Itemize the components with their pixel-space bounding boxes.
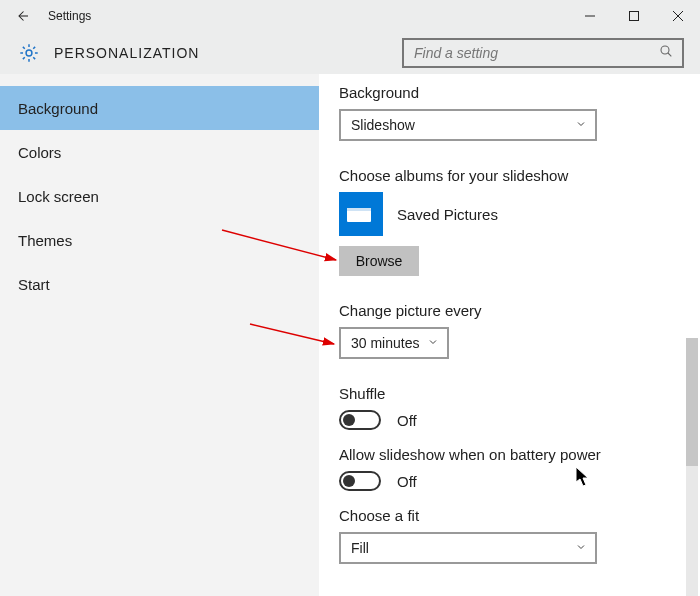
battery-state: Off xyxy=(393,473,417,490)
choose-albums-label: Choose albums for your slideshow xyxy=(339,167,680,184)
window-title: Settings xyxy=(44,9,568,23)
svg-line-6 xyxy=(668,53,671,56)
main-panel: Background Slideshow Choose albums for y… xyxy=(319,74,700,596)
minimize-button[interactable] xyxy=(568,0,612,32)
sidebar-item-label: Lock screen xyxy=(18,188,99,205)
svg-point-4 xyxy=(26,50,32,56)
svg-rect-1 xyxy=(630,12,639,21)
command-bar: PERSONALIZATION xyxy=(0,32,700,74)
background-dropdown[interactable]: Slideshow xyxy=(339,109,597,141)
background-dropdown-value: Slideshow xyxy=(351,117,415,133)
shuffle-toggle-row: Off xyxy=(339,410,680,430)
scrollbar-thumb[interactable] xyxy=(686,338,698,466)
chevron-down-icon xyxy=(427,336,439,351)
close-icon xyxy=(673,11,683,21)
choose-fit-dropdown[interactable]: Fill xyxy=(339,532,597,564)
sidebar-item-colors[interactable]: Colors xyxy=(0,130,319,174)
search-box[interactable] xyxy=(402,38,684,68)
browse-button-label: Browse xyxy=(356,253,403,269)
search-input[interactable] xyxy=(414,45,658,61)
album-name: Saved Pictures xyxy=(397,206,498,223)
search-icon xyxy=(658,43,674,63)
close-button[interactable] xyxy=(656,0,700,32)
sidebar-item-label: Start xyxy=(18,276,50,293)
choose-fit-value: Fill xyxy=(351,540,369,556)
sidebar: Background Colors Lock screen Themes Sta… xyxy=(0,74,319,596)
battery-toggle-row: Off xyxy=(339,471,680,491)
toggle-knob-icon xyxy=(343,475,355,487)
sidebar-item-start[interactable]: Start xyxy=(0,262,319,306)
shuffle-state: Off xyxy=(393,412,417,429)
chevron-down-icon xyxy=(575,541,587,556)
battery-label: Allow slideshow when on battery power xyxy=(339,446,680,463)
change-picture-value: 30 minutes xyxy=(351,335,419,351)
content-area: Background Colors Lock screen Themes Sta… xyxy=(0,74,700,596)
battery-toggle[interactable] xyxy=(339,471,381,491)
maximize-button[interactable] xyxy=(612,0,656,32)
sidebar-item-themes[interactable]: Themes xyxy=(0,218,319,262)
sidebar-item-label: Themes xyxy=(18,232,72,249)
chevron-down-icon xyxy=(575,118,587,133)
back-arrow-icon xyxy=(13,7,31,25)
shuffle-toggle[interactable] xyxy=(339,410,381,430)
sidebar-item-label: Background xyxy=(18,100,98,117)
window-controls xyxy=(568,0,700,32)
sidebar-item-label: Colors xyxy=(18,144,61,161)
gear-icon xyxy=(18,42,40,64)
svg-point-5 xyxy=(661,46,669,54)
browse-button[interactable]: Browse xyxy=(339,246,419,276)
folder-icon xyxy=(339,192,383,236)
sidebar-item-background[interactable]: Background xyxy=(0,86,319,130)
background-label: Background xyxy=(339,84,680,101)
title-bar: Settings xyxy=(0,0,700,32)
scrollbar-track[interactable] xyxy=(686,338,698,596)
settings-gear[interactable] xyxy=(12,42,46,64)
maximize-icon xyxy=(629,11,639,21)
back-button[interactable] xyxy=(0,0,44,32)
change-picture-dropdown[interactable]: 30 minutes xyxy=(339,327,449,359)
sidebar-item-lock-screen[interactable]: Lock screen xyxy=(0,174,319,218)
choose-fit-label: Choose a fit xyxy=(339,507,680,524)
shuffle-label: Shuffle xyxy=(339,385,680,402)
change-picture-label: Change picture every xyxy=(339,302,680,319)
toggle-knob-icon xyxy=(343,414,355,426)
minimize-icon xyxy=(585,11,595,21)
page-title: PERSONALIZATION xyxy=(54,45,402,61)
album-row[interactable]: Saved Pictures xyxy=(339,192,680,236)
